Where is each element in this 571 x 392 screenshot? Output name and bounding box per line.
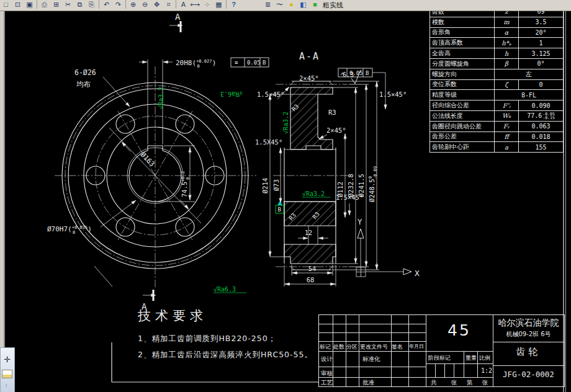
side-palette: ✛ ⁞ bbox=[0, 347, 15, 392]
section-cut-marks: A A bbox=[94, 12, 182, 311]
label-total: 共 bbox=[431, 379, 437, 387]
text-style-icon[interactable]: A bbox=[178, 0, 189, 11]
svg-text:A-A: A-A bbox=[299, 51, 320, 62]
zoom-in-icon[interactable]: ⊕ bbox=[127, 0, 139, 11]
toolbar-separator bbox=[226, 0, 227, 9]
new-file-icon[interactable]: □ bbox=[0, 0, 12, 11]
table-row: 齿顶高系数h*ₐ1 bbox=[430, 38, 564, 48]
header-mark: 标记 bbox=[320, 343, 331, 351]
table-row: 分度圆螺旋角β0° bbox=[430, 58, 564, 69]
table-row: 公法线长度Wₖ77.6-0.05-0.15 bbox=[430, 110, 564, 121]
svg-text:Ø70H7(+0.0350): Ø70H7(+0.0350) bbox=[47, 225, 92, 235]
svg-text:√Ra3.2: √Ra3.2 bbox=[282, 112, 289, 134]
table-icon[interactable]: ▦ bbox=[213, 0, 225, 11]
help-icon[interactable]: ? bbox=[228, 0, 240, 11]
header-zone: 分区 bbox=[346, 343, 357, 351]
image-tool-button[interactable] bbox=[2, 368, 12, 379]
svg-text:74.5+0.20: 74.5+0.20 bbox=[181, 171, 191, 197]
symmetry-fcf: ≡ 0.05 B bbox=[231, 58, 269, 67]
table-row: 齿轮副中心距a155 bbox=[430, 142, 564, 153]
drawing-number: JFG-02-0002 bbox=[493, 370, 564, 379]
svg-text:68: 68 bbox=[307, 276, 315, 283]
svg-text:均布: 均布 bbox=[76, 80, 91, 89]
table-row: 齿形公差ff0.018 bbox=[430, 131, 564, 142]
svg-text:X: X bbox=[415, 269, 420, 278]
toolbar-separator bbox=[176, 0, 176, 9]
label-no: 第 bbox=[467, 379, 473, 387]
class-info: 机械09-2班 6号 bbox=[493, 330, 564, 339]
point-style-icon[interactable]: ⁘ bbox=[201, 0, 213, 11]
open-file-icon[interactable]: ⊡ bbox=[12, 0, 24, 11]
bylayer-icon[interactable]: ◧ bbox=[297, 0, 309, 11]
svg-text:Ø163: Ø163 bbox=[139, 151, 156, 168]
header-sign: 签名 bbox=[392, 343, 403, 351]
print-preview-icon[interactable]: ⊞ bbox=[50, 0, 62, 11]
table-row: 精度等级8-FL bbox=[430, 90, 564, 100]
svg-text:Y: Y bbox=[357, 218, 362, 226]
undo-icon[interactable]: ↶ bbox=[101, 0, 112, 11]
palette-grip-icon[interactable]: ⁞ bbox=[6, 383, 7, 388]
header-date: 年月日 bbox=[409, 343, 424, 350]
table-row: 齿形角α20° bbox=[430, 27, 564, 38]
zoom-out-icon[interactable]: ⊖ bbox=[139, 0, 151, 11]
svg-text:12: 12 bbox=[305, 229, 312, 236]
current-layer-dropdown[interactable]: 粗实线 bbox=[323, 1, 343, 10]
svg-text:0.05: 0.05 bbox=[247, 60, 261, 66]
layers-icon[interactable]: ≣ bbox=[262, 0, 274, 11]
svg-text:Ø214: Ø214 bbox=[261, 178, 269, 194]
svg-text:1.5×45°: 1.5×45° bbox=[379, 91, 407, 98]
svg-text:6.3: 6.3 bbox=[343, 71, 354, 78]
origin-marker: X Y bbox=[356, 218, 420, 278]
svg-text:20H8(+0.0270): 20H8(+0.0270) bbox=[176, 59, 216, 69]
paste-icon[interactable]: ⎘ bbox=[86, 0, 97, 11]
copy-icon[interactable]: ⧉ bbox=[74, 0, 86, 11]
label-process: 工艺 bbox=[321, 379, 333, 387]
color-green-icon[interactable]: ■ bbox=[309, 0, 321, 11]
redo-icon[interactable]: ↷ bbox=[112, 0, 124, 11]
svg-text:√Ra3.2: √Ra3.2 bbox=[158, 87, 164, 109]
linetype-icon[interactable]: 〜 bbox=[274, 0, 286, 11]
dim-style-icon[interactable]: ⟷ bbox=[189, 0, 201, 11]
datum-b-symbol: B bbox=[276, 201, 284, 213]
table-row: 螺旋方向左 bbox=[430, 69, 564, 79]
svg-text:54: 54 bbox=[308, 265, 317, 272]
label-sheet2: 张 bbox=[482, 379, 488, 387]
table-row: 齿圈径向跳动公差Fᵣ0.063 bbox=[430, 121, 564, 131]
svg-text:√Ra6.3: √Ra6.3 bbox=[214, 286, 236, 293]
label-check: 审核 bbox=[321, 370, 333, 378]
front-view: 20H8(+0.0270) ≡ 0.05 B 6-Ø26 均布 Ø163 bbox=[47, 12, 269, 311]
toolbar-separator bbox=[99, 0, 99, 9]
title-block: 标记 处数 分区 更改文件号 签名 年月日 设计 标准化 审核 工艺 批准 45… bbox=[318, 314, 565, 387]
technical-requirements: 技术要求 1、精加工齿前调质到HB220-250； 2、精加工齿后沿齿深高频淬火… bbox=[138, 307, 313, 363]
svg-text:6-Ø26: 6-Ø26 bbox=[74, 68, 96, 77]
tech-req-item: 1、精加工齿前调质到HB220-250； bbox=[138, 331, 313, 347]
print-icon[interactable]: ⎙ bbox=[38, 0, 50, 11]
table-row: 全齿高h3.125 bbox=[430, 48, 564, 59]
label-standardization: 标准化 bbox=[362, 355, 380, 363]
pan-tool-button[interactable]: ✛ bbox=[2, 354, 12, 365]
svg-text:2×45°: 2×45° bbox=[299, 74, 319, 82]
label-design: 设计 bbox=[321, 355, 333, 363]
svg-text:≡: ≡ bbox=[235, 60, 238, 66]
svg-text:√Ra6.3: √Ra6.3 bbox=[220, 91, 243, 97]
cut-icon[interactable]: ✂ bbox=[62, 0, 74, 11]
zoom-window-icon[interactable]: ⌗ bbox=[163, 0, 174, 11]
front-roughness-labels: √Ra3.2 √Ra6.3 √Ra6.3 bbox=[158, 87, 246, 293]
svg-text:1.5X45°: 1.5X45° bbox=[255, 138, 282, 146]
image-thumbnail-icon bbox=[2, 370, 12, 378]
tech-req-title: 技术要求 bbox=[138, 307, 313, 324]
school-name: 哈尔滨石油学院 bbox=[493, 318, 564, 329]
right-dims: Ø112 Ø232.8 Ø241.5 Ø248.50-0.09 bbox=[333, 81, 379, 270]
material-label: 45 bbox=[426, 321, 493, 339]
toolbar-separator bbox=[37, 0, 37, 9]
svg-text:Ø241.5: Ø241.5 bbox=[357, 174, 365, 197]
table-row: 模数m3.5 bbox=[430, 17, 564, 27]
scale-value: 1:2 bbox=[481, 367, 492, 374]
label-weight: 重量 bbox=[465, 354, 477, 362]
svg-text:2×45°: 2×45° bbox=[326, 127, 346, 134]
color-yellow-icon[interactable]: ● bbox=[286, 0, 297, 11]
pan-icon[interactable]: ✥ bbox=[151, 0, 163, 11]
label-approve: 批准 bbox=[362, 379, 374, 387]
save-file-icon[interactable]: ▣ bbox=[24, 0, 35, 11]
svg-text:√Ra3.2: √Ra3.2 bbox=[302, 190, 325, 197]
